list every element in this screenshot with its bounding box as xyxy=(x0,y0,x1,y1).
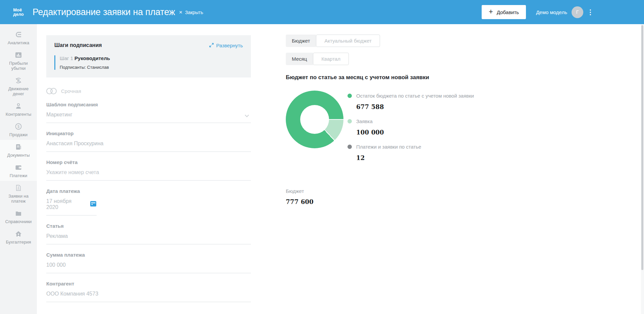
close-label: Закрыть xyxy=(185,10,203,15)
sidebar: Аналитика Прибыли убытки ₽ Движение дене… xyxy=(0,24,37,314)
document-icon xyxy=(14,143,22,151)
expand-button[interactable]: Развернуть xyxy=(209,43,243,48)
svg-text:$: $ xyxy=(17,124,19,128)
app-header: Моё дело Редактирование заявки на платеж… xyxy=(0,0,644,24)
payment-request-icon: $ xyxy=(14,184,22,192)
sidebar-item-payment-requests[interactable]: $ Заявки на платеж xyxy=(0,181,37,206)
field-initiator: Инициатор Анастасия Проскурина xyxy=(46,130,251,152)
user-name[interactable]: Демо модель xyxy=(536,9,567,15)
field-counterparty: Контрагент ООО Компания 4573 xyxy=(46,281,251,302)
legend-dot-payments-count xyxy=(347,145,352,149)
person-icon xyxy=(14,102,22,110)
sidebar-item-accounting[interactable]: Бухгалтерия xyxy=(0,227,37,247)
field-signing-template: Шаблон подписания Маркетинг xyxy=(46,102,251,123)
legend-value: 100 000 xyxy=(356,129,474,136)
chart-legend: Остаток бюджета по статье с учетом новой… xyxy=(347,91,474,169)
signing-steps-title: Шаги подписания xyxy=(54,42,102,48)
close-button[interactable]: × Закрыть xyxy=(179,9,203,15)
legend-item: Остаток бюджета по статье с учетом новой… xyxy=(347,93,474,99)
expand-icon xyxy=(209,43,214,48)
tab-month[interactable]: Месяц xyxy=(286,53,313,65)
field-label: Дата платежа xyxy=(46,188,251,194)
dollar-circle-icon: $ xyxy=(14,122,22,131)
main-content: Шаги подписания Развернуть Шаг 1Руководи… xyxy=(37,24,644,314)
tab-actual-budget[interactable]: Актуальный бюджет xyxy=(316,35,380,47)
budget-total-value: 777 600 xyxy=(286,198,521,205)
bar-chart-icon xyxy=(14,51,22,59)
tab-budget[interactable]: Бюджет xyxy=(286,35,316,47)
signing-steps-card: Шаги подписания Развернуть Шаг 1Руководи… xyxy=(46,35,251,77)
sidebar-item-counterparties[interactable]: Контрагенты xyxy=(0,99,37,119)
budget-view-tabs: Бюджет Актуальный бюджет xyxy=(286,35,521,47)
field-payment-amount: Сумма платежа 100 000 xyxy=(46,252,251,273)
payment-date-input[interactable]: 17 ноября 2020 xyxy=(46,198,97,216)
budget-total-label: Бюджет xyxy=(286,188,521,194)
legend-label: Остаток бюджета по статье с учетом новой… xyxy=(356,93,474,99)
analytics-icon xyxy=(14,30,22,39)
house-icon xyxy=(14,229,22,238)
chevron-down-icon[interactable] xyxy=(245,113,249,119)
add-button[interactable]: + Добавить xyxy=(482,5,526,19)
logo-line2: дело xyxy=(13,12,24,16)
urgent-toggle-label: Срочная xyxy=(61,88,81,94)
svg-text:₽: ₽ xyxy=(17,79,20,83)
scrollbar xyxy=(641,24,644,314)
money-flow-icon: ₽ xyxy=(14,76,22,85)
field-label: Инициатор xyxy=(46,130,251,136)
app-logo[interactable]: Моё дело xyxy=(0,8,37,16)
payment-amount-input[interactable]: 100 000 xyxy=(46,262,251,273)
invoice-number-input[interactable]: Укажите номер счета xyxy=(46,169,251,181)
field-label: Статья xyxy=(46,223,251,229)
user-menu[interactable]: Демо модель Г ⋮ xyxy=(536,6,594,18)
plus-icon: + xyxy=(489,8,493,15)
page-title: Редактирование заявки на платеж xyxy=(33,7,175,17)
close-icon[interactable]: × xyxy=(179,9,182,15)
field-label: Контрагент xyxy=(46,281,251,286)
budget-total: Бюджет 777 600 xyxy=(286,188,521,205)
legend-item: Заявка xyxy=(347,118,474,124)
sidebar-item-documents[interactable]: Документы xyxy=(0,140,37,160)
field-payment-date: Дата платежа 17 ноября 2020 xyxy=(46,188,251,216)
calendar-icon[interactable] xyxy=(90,200,97,208)
budget-panel: Бюджет Актуальный бюджет Месяц Квартал Б… xyxy=(286,35,521,205)
folder-icon xyxy=(14,209,22,218)
sidebar-item-sales[interactable]: $ Продажи xyxy=(0,119,37,140)
toggle-track xyxy=(50,88,57,94)
sidebar-item-payments[interactable]: Платежи xyxy=(0,160,37,181)
tab-quarter[interactable]: Квартал xyxy=(313,53,349,65)
field-article: Статья Реклама xyxy=(46,223,251,245)
legend-label: Платежи и заявки по статье xyxy=(356,144,421,150)
article-select[interactable]: Реклама xyxy=(46,233,251,245)
field-label: Шаблон подписания xyxy=(46,102,251,107)
urgent-toggle[interactable] xyxy=(46,88,57,94)
donut-chart xyxy=(286,91,343,148)
step-number: Шаг 1 xyxy=(60,55,73,61)
svg-text:$: $ xyxy=(17,186,19,189)
initiator-input[interactable]: Анастасия Проскурина xyxy=(46,141,251,152)
kebab-menu-icon[interactable]: ⋮ xyxy=(587,8,594,16)
sidebar-item-directories[interactable]: Справочники xyxy=(0,206,37,227)
legend-value: 12 xyxy=(356,154,474,161)
wallet-icon xyxy=(14,163,22,172)
signing-template-select[interactable]: Маркетинг xyxy=(46,112,251,123)
signing-step-item: Шаг 1Руководитель Подписанты: Станислав xyxy=(54,55,243,70)
legend-dot-remaining xyxy=(347,94,352,98)
sidebar-item-profit-loss[interactable]: Прибыли убытки xyxy=(0,48,37,73)
payment-request-form: Шаги подписания Развернуть Шаг 1Руководи… xyxy=(46,35,251,302)
field-invoice-number: Номер счёта Укажите номер счета xyxy=(46,159,251,181)
counterparty-input[interactable]: ООО Компания 4573 xyxy=(46,291,251,302)
sidebar-item-analytics[interactable]: Аналитика xyxy=(0,28,37,48)
budget-period-tabs: Месяц Квартал xyxy=(286,53,521,65)
sidebar-item-money-flow[interactable]: ₽ Движение денег xyxy=(0,73,37,99)
field-label: Сумма платежа xyxy=(46,252,251,258)
step-role: Руководитель xyxy=(74,55,110,61)
add-button-label: Добавить xyxy=(497,9,519,15)
legend-value: 677 588 xyxy=(356,103,474,110)
legend-dot-request xyxy=(347,119,352,123)
chart-title: Бюджет по статье за месяц с учетом новой… xyxy=(286,74,521,81)
step-signers: Подписанты: Станислав xyxy=(60,65,243,70)
scrollbar-thumb[interactable] xyxy=(641,25,643,270)
legend-label: Заявка xyxy=(356,118,373,124)
avatar[interactable]: Г xyxy=(572,6,583,18)
expand-label: Развернуть xyxy=(216,43,243,48)
